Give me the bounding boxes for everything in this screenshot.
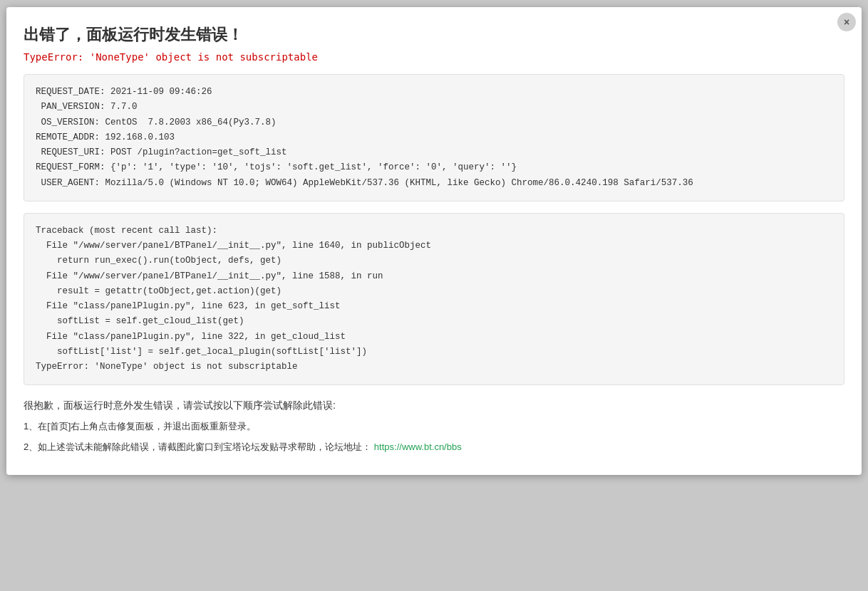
- close-button[interactable]: ×: [837, 13, 856, 31]
- close-icon: ×: [844, 16, 849, 28]
- error-type: TypeError: 'NoneType' object is not subs…: [24, 51, 844, 63]
- error-modal: × 出错了，面板运行时发生错误！ TypeError: 'NoneType' o…: [6, 7, 862, 475]
- error-title: 出错了，面板运行时发生错误！: [24, 24, 844, 46]
- footer-item-2-text: 2、如上述尝试未能解除此错误，请截图此窗口到宝塔论坛发贴寻求帮助，论坛地址：: [24, 441, 371, 452]
- traceback-block: Traceback (most recent call last): File …: [24, 213, 844, 386]
- forum-link[interactable]: https://www.bt.cn/bbs: [374, 441, 462, 452]
- footer-item-1: 1、在[首页]右上角点击修复面板，并退出面板重新登录。: [24, 419, 844, 434]
- footer-section: 很抱歉，面板运行时意外发生错误，请尝试按以下顺序尝试解除此错误: 1、在[首页]…: [24, 399, 844, 455]
- request-info-block: REQUEST_DATE: 2021-11-09 09:46:26 PAN_VE…: [24, 74, 844, 202]
- modal-overlay: × 出错了，面板运行时发生错误！ TypeError: 'NoneType' o…: [0, 0, 868, 591]
- footer-title: 很抱歉，面板运行时意外发生错误，请尝试按以下顺序尝试解除此错误:: [24, 399, 844, 412]
- footer-item-2: 2、如上述尝试未能解除此错误，请截图此窗口到宝塔论坛发贴寻求帮助，论坛地址： h…: [24, 440, 844, 455]
